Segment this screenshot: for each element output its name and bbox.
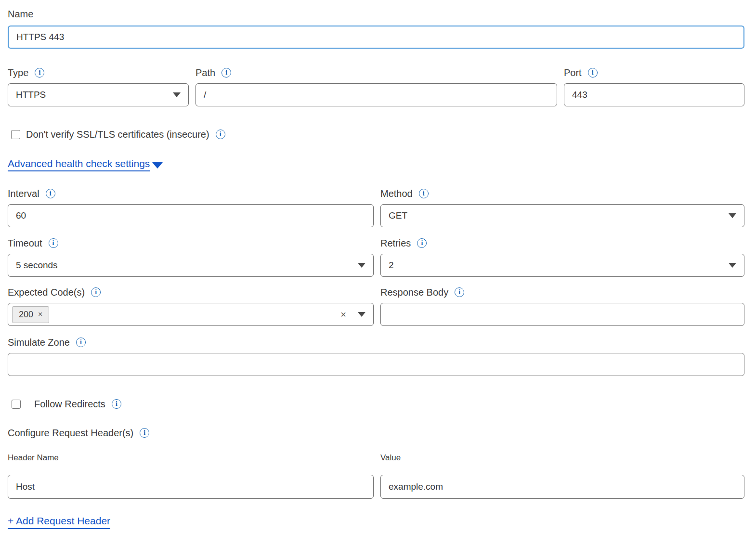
type-label: Type i — [8, 66, 189, 79]
port-label: Port i — [564, 66, 744, 79]
expected-codes-label-text: Expected Code(s) — [8, 286, 85, 299]
response-body-input[interactable] — [380, 303, 744, 326]
path-info-icon[interactable]: i — [222, 68, 231, 78]
retries-info-icon[interactable]: i — [417, 238, 427, 248]
header-value-label: Value — [380, 452, 744, 464]
triangle-down-icon — [152, 162, 163, 169]
method-label-text: Method — [380, 187, 413, 200]
timeout-label-text: Timeout — [8, 237, 42, 249]
method-select[interactable]: GET — [380, 204, 744, 227]
follow-redirects-info-icon[interactable]: i — [112, 399, 121, 409]
type-select-value: HTTPS — [16, 90, 46, 100]
follow-redirects-row: Follow Redirects i — [8, 398, 744, 410]
response-body-label-text: Response Body — [380, 286, 448, 299]
type-label-text: Type — [8, 66, 28, 79]
clear-all-icon[interactable]: × — [340, 309, 346, 320]
simulate-zone-label: Simulate Zone i — [8, 336, 744, 349]
method-select-value: GET — [389, 210, 407, 221]
timeout-select-value: 5 seconds — [16, 260, 58, 271]
expected-codes-info-icon[interactable]: i — [91, 287, 101, 297]
header-name-input[interactable] — [8, 475, 374, 499]
header-value-input[interactable] — [380, 475, 744, 499]
tag-remove-icon[interactable]: × — [38, 310, 42, 319]
name-label: Name — [8, 8, 744, 20]
add-header-row: + Add Request Header — [8, 515, 744, 529]
add-request-header-link[interactable]: + Add Request Header — [8, 515, 110, 529]
port-input[interactable] — [564, 83, 744, 106]
code-tag: 200 × — [12, 306, 49, 323]
port-info-icon[interactable]: i — [588, 68, 598, 78]
type-info-icon[interactable]: i — [35, 68, 44, 78]
retries-select[interactable]: 2 — [380, 254, 744, 277]
response-body-label: Response Body i — [380, 286, 744, 299]
chevron-down-icon — [358, 312, 365, 317]
timeout-info-icon[interactable]: i — [49, 238, 58, 248]
interval-method-row: Interval i Method i GET — [8, 187, 744, 227]
follow-redirects-checkbox[interactable] — [12, 400, 21, 409]
path-input[interactable] — [196, 83, 557, 106]
request-headers-title-text: Configure Request Header(s) — [8, 427, 133, 439]
port-label-text: Port — [564, 66, 582, 79]
ssl-verify-label-text: Don't verify SSL/TLS certificates (insec… — [26, 128, 209, 141]
chevron-down-icon — [173, 92, 181, 97]
type-select[interactable]: HTTPS — [8, 83, 189, 106]
simulate-zone-row: Simulate Zone i — [8, 336, 744, 376]
advanced-settings-link[interactable]: Advanced health check settings — [8, 158, 150, 171]
header-inputs-row — [8, 475, 744, 499]
interval-info-icon[interactable]: i — [46, 189, 55, 198]
simulate-zone-info-icon[interactable]: i — [76, 338, 86, 347]
codes-body-row: Expected Code(s) i 200 × × Response Body… — [8, 286, 744, 326]
retries-label-text: Retries — [380, 237, 411, 249]
timeout-retries-row: Timeout i 5 seconds Retries i 2 — [8, 237, 744, 277]
request-headers-info-icon[interactable]: i — [140, 428, 149, 438]
interval-input[interactable] — [8, 204, 374, 227]
timeout-select[interactable]: 5 seconds — [8, 254, 374, 277]
header-labels-row: Header Name Value — [8, 452, 744, 468]
header-name-label: Header Name — [8, 452, 374, 464]
ssl-verify-label: Don't verify SSL/TLS certificates (insec… — [26, 128, 225, 141]
name-input[interactable] — [8, 26, 744, 49]
simulate-zone-label-text: Simulate Zone — [8, 336, 70, 349]
follow-redirects-label-text: Follow Redirects — [34, 398, 105, 410]
code-tag-value: 200 — [19, 310, 33, 320]
header-name-label-text: Header Name — [8, 452, 59, 464]
follow-redirects-label: Follow Redirects i — [34, 398, 121, 410]
interval-label-text: Interval — [8, 187, 39, 200]
expected-codes-label: Expected Code(s) i — [8, 286, 374, 299]
health-check-form: Name Type i HTTPS Path i Port i — [8, 0, 744, 533]
method-info-icon[interactable]: i — [419, 189, 429, 198]
retries-label: Retries i — [380, 237, 744, 249]
expected-codes-multiselect[interactable]: 200 × × — [8, 303, 374, 326]
chevron-down-icon — [729, 263, 736, 268]
response-body-info-icon[interactable]: i — [455, 287, 464, 297]
header-value-label-text: Value — [380, 452, 401, 464]
name-label-text: Name — [8, 8, 33, 20]
ssl-verify-info-icon[interactable]: i — [216, 130, 225, 139]
chevron-down-icon — [729, 213, 736, 218]
path-label: Path i — [196, 66, 557, 79]
retries-select-value: 2 — [389, 260, 394, 271]
ssl-verify-checkbox[interactable] — [11, 130, 20, 139]
timeout-label: Timeout i — [8, 237, 374, 249]
ssl-verify-checkbox-row: Don't verify SSL/TLS certificates (insec… — [11, 128, 744, 141]
method-label: Method i — [380, 187, 744, 200]
type-path-port-row: Type i HTTPS Path i Port i — [8, 66, 744, 106]
path-label-text: Path — [196, 66, 215, 79]
simulate-zone-input[interactable] — [8, 353, 744, 376]
chevron-down-icon — [358, 263, 365, 268]
request-headers-section-title: Configure Request Header(s) i — [8, 427, 744, 439]
advanced-settings-row: Advanced health check settings — [8, 158, 744, 171]
interval-label: Interval i — [8, 187, 374, 200]
